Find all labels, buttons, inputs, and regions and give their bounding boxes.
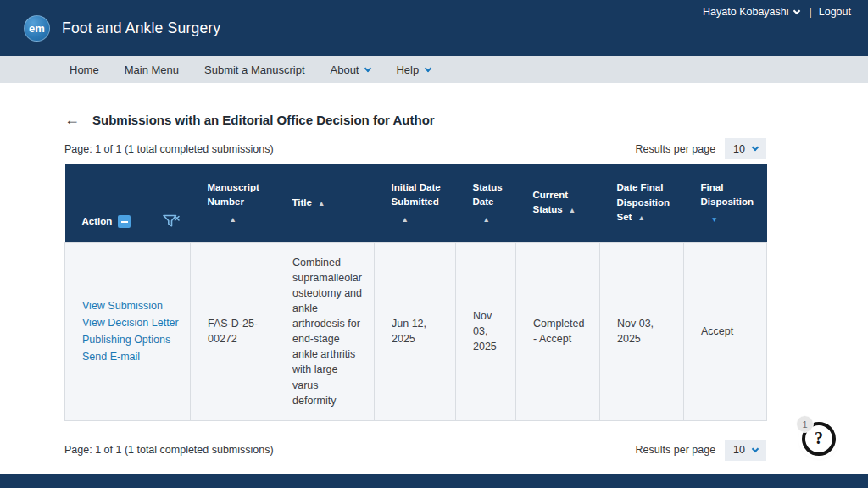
sort-asc-icon[interactable]: ▲ bbox=[318, 199, 325, 208]
results-per-page: Results per page 10 bbox=[636, 138, 766, 159]
pagination-row-bottom: Page: 1 of 1 (1 total completed submissi… bbox=[64, 440, 766, 461]
app-header: em Foot and Ankle Surgery Hayato Kobayas… bbox=[0, 0, 868, 56]
column-header-current-status[interactable]: Current Status▲ bbox=[516, 164, 600, 242]
chevron-down-icon bbox=[752, 446, 759, 452]
user-menu[interactable]: Hayato Kobayashi bbox=[703, 6, 788, 18]
app-title: Foot and Ankle Surgery bbox=[62, 19, 220, 37]
results-per-page-select[interactable]: 10 bbox=[725, 138, 766, 159]
nav-item-submit-manuscript[interactable]: Submit a Manuscript bbox=[204, 64, 305, 76]
nav-item-main-menu[interactable]: Main Menu bbox=[125, 64, 179, 76]
chevron-down-icon bbox=[752, 144, 759, 151]
results-per-page-select[interactable]: 10 bbox=[725, 440, 766, 461]
column-header-title[interactable]: Title▲ bbox=[275, 164, 375, 242]
view-decision-letter-link[interactable]: View Decision Letter bbox=[82, 314, 180, 331]
column-header-action: Action bbox=[65, 164, 191, 242]
table-row: View Submission View Decision Letter Pub… bbox=[65, 242, 767, 420]
collapse-minus-icon[interactable] bbox=[118, 215, 131, 228]
chevron-down-icon bbox=[364, 64, 371, 71]
sort-asc-icon[interactable]: ▲ bbox=[569, 206, 576, 214]
pagination-summary: Page: 1 of 1 (1 total completed submissi… bbox=[64, 143, 274, 155]
results-per-page-label: Results per page bbox=[636, 444, 716, 456]
results-per-page: Results per page 10 bbox=[636, 440, 766, 461]
publishing-options-link[interactable]: Publishing Options bbox=[82, 331, 180, 348]
pagination-summary: Page: 1 of 1 (1 total completed submissi… bbox=[64, 444, 274, 456]
chevron-down-icon bbox=[425, 64, 431, 71]
results-per-page-label: Results per page bbox=[636, 143, 716, 155]
column-header-initial-date-submitted[interactable]: Initial Date Submitted ▲ bbox=[375, 164, 456, 242]
back-arrow-icon[interactable]: ← bbox=[64, 112, 80, 127]
status-date-cell: Nov 03, 2025 bbox=[456, 242, 516, 420]
main-nav: Home Main Menu Submit a Manuscript About… bbox=[0, 56, 868, 83]
manuscript-number-cell: FAS-D-25-00272 bbox=[191, 242, 275, 420]
question-mark-icon: ? bbox=[815, 429, 823, 448]
send-email-link[interactable]: Send E-mail bbox=[82, 348, 180, 365]
sort-asc-icon[interactable]: ▲ bbox=[473, 214, 509, 225]
content: ← Submissions with an Editorial Office D… bbox=[64, 112, 766, 461]
title-cell: Combined supramalleolar osteotomy and an… bbox=[275, 242, 375, 420]
sort-desc-icon[interactable]: ▼ bbox=[701, 214, 760, 225]
em-logo: em bbox=[24, 15, 50, 42]
sort-asc-icon[interactable]: ▲ bbox=[637, 214, 644, 222]
nav-item-help[interactable]: Help bbox=[396, 64, 431, 76]
column-header-status-date[interactable]: Status Date ▲ bbox=[456, 164, 516, 242]
initial-date-submitted-cell: Jun 12, 2025 bbox=[375, 242, 456, 420]
page: em Foot and Ankle Surgery Hayato Kobayas… bbox=[0, 0, 868, 488]
nav-item-about[interactable]: About bbox=[331, 64, 371, 76]
column-header-date-final-disposition-set[interactable]: Date Final Disposition Set▲ bbox=[600, 164, 684, 242]
table-header-row: Action Manuscript Number ▲ bbox=[65, 164, 767, 242]
column-header-manuscript-number[interactable]: Manuscript Number ▲ bbox=[191, 164, 275, 242]
em-logo-text: em bbox=[29, 22, 45, 35]
submissions-table: Action Manuscript Number ▲ bbox=[64, 164, 767, 421]
sort-asc-icon[interactable]: ▲ bbox=[208, 214, 269, 225]
pagination-row-top: Page: 1 of 1 (1 total completed submissi… bbox=[64, 138, 766, 159]
action-cell: View Submission View Decision Letter Pub… bbox=[65, 242, 191, 420]
column-header-final-disposition[interactable]: Final Disposition ▼ bbox=[684, 164, 767, 242]
help-button[interactable]: 1 ? bbox=[802, 422, 836, 456]
nav-item-home[interactable]: Home bbox=[70, 64, 99, 76]
page-title: Submissions with an Editorial Office Dec… bbox=[92, 113, 435, 127]
date-final-disposition-set-cell: Nov 03, 2025 bbox=[600, 242, 684, 420]
page-title-row: ← Submissions with an Editorial Office D… bbox=[64, 112, 766, 127]
help-badge: 1 bbox=[796, 415, 814, 433]
user-bar: Hayato Kobayashi | Logout bbox=[703, 6, 851, 18]
separator: | bbox=[810, 6, 812, 18]
sort-asc-icon[interactable]: ▲ bbox=[392, 214, 449, 225]
current-status-cell: Completed - Accept bbox=[516, 242, 600, 420]
chevron-down-icon[interactable] bbox=[793, 8, 799, 14]
logout-link[interactable]: Logout bbox=[819, 6, 851, 18]
footer-bar bbox=[0, 474, 868, 488]
filter-clear-icon[interactable] bbox=[162, 214, 181, 229]
view-submission-link[interactable]: View Submission bbox=[82, 297, 180, 314]
final-disposition-cell: Accept bbox=[684, 242, 767, 420]
